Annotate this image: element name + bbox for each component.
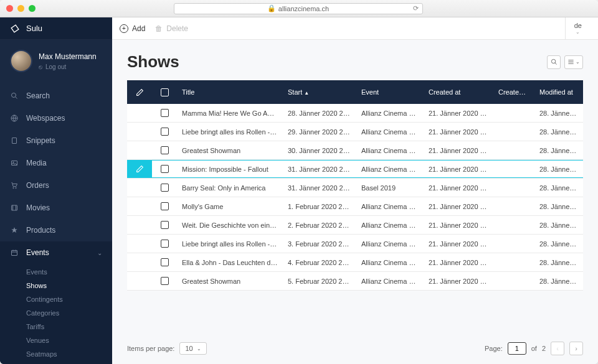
row-created-at: 21. Jänner 2020 16:41 — [424, 110, 493, 117]
row-title: Mission: Impossible - Fallout — [177, 166, 283, 173]
view-options-button[interactable]: ⌄ — [564, 55, 583, 69]
svg-line-16 — [554, 63, 556, 65]
table-row[interactable]: Liebe bringt alles ins Rollen - Tout le … — [127, 123, 583, 141]
chevron-down-icon: ⌄ — [97, 250, 102, 256]
row-start: 28. Jänner 2020 21:00 — [283, 110, 356, 117]
row-modified-at: 28. Jänner 2020 15:45 — [534, 240, 583, 248]
nav-item-media[interactable]: Media — [0, 152, 112, 174]
toolbar: + Add 🗑 Delete de ⌄ — [112, 17, 598, 40]
nav-item-products[interactable]: Products — [0, 219, 112, 241]
table-row[interactable]: Greatest Showman 5. Februar 2020 21:00 A… — [127, 272, 583, 291]
nav-item-webspaces[interactable]: Webspaces — [0, 107, 112, 129]
brand[interactable]: Sulu — [0, 17, 112, 40]
col-created-by[interactable]: Created by — [493, 88, 534, 96]
row-checkbox[interactable] — [152, 165, 177, 173]
row-created-at: 21. Jänner 2020 16:41 — [424, 166, 493, 173]
page-input[interactable] — [508, 342, 526, 355]
avatar[interactable] — [10, 50, 32, 72]
delete-label: Delete — [166, 24, 188, 33]
table-row[interactable]: Ella & John - Das Leuchten der Erinnerun… — [127, 253, 583, 272]
subnav: EventsShowsContingentsCategoriesTariffsV… — [0, 264, 112, 364]
row-checkbox[interactable] — [152, 258, 177, 266]
row-start: 5. Februar 2020 21:00 — [283, 278, 356, 285]
row-checkbox[interactable] — [152, 128, 177, 136]
table: Title Start▲ Event Created at Created by… — [112, 80, 598, 333]
nav-item-orders[interactable]: Orders — [0, 174, 112, 197]
page-header: Shows ⌄ — [112, 40, 598, 80]
logout-icon: ⎋ — [39, 63, 42, 70]
col-modified-at[interactable]: Modified at — [534, 88, 583, 96]
row-created-at: 21. Jänner 2020 16:42 — [424, 203, 493, 210]
table-row[interactable]: Mamma Mia! Here We Go Again 28. Jänner 2… — [127, 104, 583, 123]
row-checkbox[interactable] — [152, 146, 177, 154]
chevron-down-icon: ⌄ — [576, 59, 580, 65]
row-event: Basel 2019 — [356, 184, 424, 192]
svg-rect-3 — [12, 138, 17, 144]
row-checkbox[interactable] — [152, 109, 177, 117]
items-per-page-label: Items per page: — [127, 345, 174, 352]
table-row[interactable]: Weit. Die Geschichte von einem Weg um 2.… — [127, 216, 583, 235]
subnav-item-categories[interactable]: Categories — [0, 306, 112, 320]
add-button[interactable]: + Add — [120, 24, 145, 33]
col-title[interactable]: Title — [177, 88, 283, 96]
address-bar[interactable]: 🔒 allianzcinema.ch ⟳ — [174, 3, 423, 14]
table-row[interactable]: Molly's Game 1. Februar 2020 21:00 Allia… — [127, 197, 583, 216]
row-event: Allianz Cinema Zürich — [356, 259, 424, 266]
nav-item-events[interactable]: Events⌄ — [0, 241, 112, 264]
main: + Add 🗑 Delete de ⌄ Shows — [112, 17, 598, 364]
row-modified-at: 28. Jänner 2020 16:02 — [534, 184, 583, 192]
window-close-button[interactable] — [6, 5, 13, 12]
row-checkbox[interactable] — [152, 240, 177, 248]
nav-label: Media — [26, 159, 47, 167]
pager: Items per page: 10 ⌄ Page: of 2 ‹ › — [112, 333, 598, 364]
row-edit[interactable] — [127, 160, 152, 178]
table-row[interactable]: Mission: Impossible - Fallout 31. Jänner… — [127, 160, 583, 179]
subnav-item-contingents[interactable]: Contingents — [0, 292, 112, 306]
total-pages: 2 — [542, 345, 546, 352]
cart-icon — [10, 182, 19, 189]
list-icon — [567, 58, 574, 65]
subnav-item-seatmaps[interactable]: Seatmaps — [0, 347, 112, 361]
select-all[interactable] — [152, 88, 177, 96]
subnav-item-events[interactable]: Events — [0, 265, 112, 279]
table-row[interactable]: Liebe bringt alles ins Rollen - Tout le … — [127, 235, 583, 253]
col-event[interactable]: Event — [356, 88, 424, 96]
row-checkbox[interactable] — [152, 202, 177, 210]
row-checkbox[interactable] — [152, 221, 177, 229]
nav-label: Orders — [26, 181, 49, 190]
nav-item-search[interactable]: Search — [0, 85, 112, 107]
brand-name: Sulu — [26, 24, 42, 33]
next-page-button[interactable]: › — [569, 342, 583, 355]
window-maximize-button[interactable] — [29, 5, 36, 12]
row-checkbox[interactable] — [152, 184, 177, 192]
table-row[interactable]: Greatest Showman 30. Jänner 2020 21:00 A… — [127, 141, 583, 160]
row-event: Allianz Cinema Zürich — [356, 166, 424, 173]
doc-icon — [10, 137, 19, 144]
logout-link[interactable]: ⎋ Log out — [39, 63, 97, 70]
row-start: 31. Jänner 2020 21:00 — [283, 166, 356, 173]
calendar-icon — [10, 249, 19, 256]
row-title: Barry Seal: Only in America — [177, 184, 283, 192]
trash-icon: 🗑 — [155, 24, 163, 33]
sort-asc-icon: ▲ — [304, 90, 309, 96]
subnav-item-shows[interactable]: Shows — [0, 279, 112, 292]
subnav-item-venues[interactable]: Venues — [0, 334, 112, 347]
reload-icon[interactable]: ⟳ — [413, 4, 419, 12]
nav-item-movies[interactable]: Movies — [0, 197, 112, 219]
svg-rect-11 — [12, 251, 17, 256]
subnav-item-tariffs[interactable]: Tariffs — [0, 320, 112, 334]
language-selector[interactable]: de ⌄ — [565, 17, 591, 39]
nav-item-snippets[interactable]: Snippets — [0, 129, 112, 152]
chevron-down-icon: ⌄ — [576, 29, 580, 35]
table-row[interactable]: Barry Seal: Only in America 31. Jänner 2… — [127, 179, 583, 197]
col-created-at[interactable]: Created at — [424, 88, 493, 96]
search-button[interactable] — [547, 55, 561, 69]
logout-label: Log out — [45, 63, 66, 70]
nav-label: Events — [26, 248, 49, 257]
col-start[interactable]: Start▲ — [283, 88, 356, 96]
row-checkbox[interactable] — [152, 277, 177, 285]
window-minimize-button[interactable] — [17, 5, 24, 12]
row-created-at: 21. Jänner 2020 16:42 — [424, 278, 493, 285]
sidebar: Sulu Max Mustermann ⎋ Log out SearchWebs… — [0, 17, 112, 364]
items-per-page-select[interactable]: 10 ⌄ — [179, 342, 206, 355]
